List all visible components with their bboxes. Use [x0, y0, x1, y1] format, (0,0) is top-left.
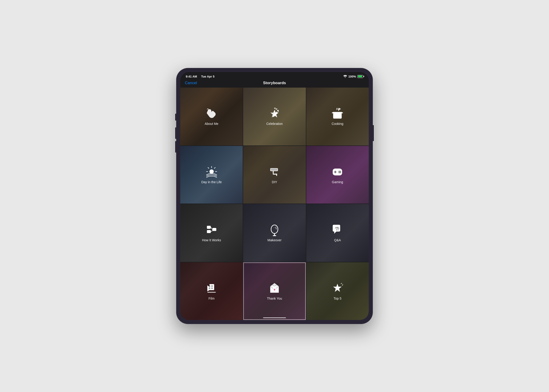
svg-rect-32	[211, 287, 213, 289]
svg-point-22	[210, 231, 211, 232]
grid-item-cooking[interactable]: Cooking	[306, 88, 369, 146]
svg-rect-30	[211, 285, 213, 287]
grid-item-label-cooking: Cooking	[332, 122, 343, 126]
svg-point-16	[338, 172, 340, 173]
volume-down-button	[175, 141, 176, 153]
svg-point-6	[209, 169, 214, 174]
power-button	[373, 125, 374, 141]
grid-item-icon-film	[205, 282, 218, 295]
grid-item-label-diy: DIY	[272, 180, 277, 184]
grid-item-icon-about-me	[205, 107, 218, 120]
grid-item-icon-celebration	[268, 107, 281, 120]
nav-title: Storyboards	[263, 81, 286, 85]
svg-point-27	[338, 230, 338, 231]
svg-rect-11	[271, 168, 277, 171]
grid-item-icon-qa	[331, 224, 344, 237]
svg-point-23	[271, 225, 278, 233]
svg-point-1	[277, 110, 279, 111]
grid-item-diy[interactable]: DIY	[243, 146, 306, 204]
cancel-button[interactable]: Cancel	[185, 81, 197, 85]
svg-point-17	[340, 172, 341, 173]
grid-item-icon-thank-you	[268, 282, 281, 295]
svg-rect-19	[207, 230, 211, 233]
svg-point-15	[340, 171, 341, 172]
side-button-top	[175, 114, 176, 120]
grid-item-celebration[interactable]: Celebration	[243, 88, 306, 146]
svg-rect-5	[341, 112, 343, 113]
status-time: 9:41 AM	[186, 75, 197, 78]
svg-rect-4	[332, 112, 333, 113]
battery-percentage: 100%	[348, 75, 356, 78]
grid-item-label-about-me: About Me	[205, 122, 218, 126]
ipad-device: 9:41 AM Tue Apr 5 100% Cancel Story	[176, 68, 373, 324]
grid-item-label-qa: Q&A	[334, 238, 341, 242]
status-icons: 100%	[343, 75, 363, 78]
svg-rect-3	[333, 112, 342, 113]
grid-item-top5[interactable]: Top 5	[306, 262, 369, 320]
grid-item-label-film: Film	[208, 297, 214, 300]
status-bar: 9:41 AM Tue Apr 5 100%	[180, 72, 369, 80]
nav-bar: Cancel Storyboards	[180, 80, 369, 88]
battery-fill	[358, 76, 362, 77]
grid-item-label-day-in-life: Day in the Life	[201, 180, 222, 184]
grid-item-icon-top5	[331, 282, 344, 295]
grid-item-icon-diy	[268, 166, 281, 178]
grid-item-how-it-works[interactable]: How It Works	[180, 204, 243, 262]
grid-item-qa[interactable]: Q&A	[306, 204, 369, 262]
grid-item-label-thank-you: Thank You	[267, 297, 282, 300]
grid-item-gaming[interactable]: Gaming	[306, 146, 369, 204]
svg-rect-31	[209, 287, 210, 289]
svg-rect-18	[207, 226, 211, 229]
svg-point-34	[342, 283, 342, 284]
grid-item-label-top5: Top 5	[333, 297, 341, 300]
svg-rect-10	[276, 174, 277, 176]
grid-layout: About Me Celebration Cooking Day in the …	[180, 88, 369, 320]
grid-item-thank-you[interactable]: Thank You	[243, 262, 306, 320]
grid-item-icon-how-it-works	[205, 224, 218, 237]
volume-up-button	[175, 127, 176, 139]
grid-item-day-in-life[interactable]: Day in the Life	[180, 146, 243, 204]
grid-item-label-how-it-works: How It Works	[202, 238, 221, 242]
grid-item-icon-gaming	[331, 166, 344, 178]
grid-item-film[interactable]: Film	[180, 262, 243, 320]
battery-icon	[357, 75, 363, 78]
ipad-screen: 9:41 AM Tue Apr 5 100% Cancel Story	[180, 72, 369, 320]
storyboards-grid: About Me Celebration Cooking Day in the …	[180, 88, 369, 320]
svg-point-14	[338, 171, 340, 172]
svg-marker-33	[333, 284, 342, 292]
svg-rect-25	[273, 235, 276, 236]
grid-item-about-me[interactable]: About Me	[180, 88, 243, 146]
svg-rect-8	[273, 171, 274, 174]
wifi-icon	[343, 75, 347, 78]
svg-rect-29	[209, 285, 210, 287]
svg-rect-2	[333, 113, 342, 119]
svg-rect-20	[212, 228, 216, 231]
grid-item-icon-cooking	[331, 107, 344, 120]
grid-item-label-gaming: Gaming	[332, 180, 343, 184]
svg-point-35	[342, 284, 343, 285]
status-time-group: 9:41 AM Tue Apr 5	[186, 74, 215, 78]
svg-rect-28	[209, 284, 214, 290]
svg-point-21	[210, 227, 211, 228]
svg-point-26	[336, 230, 337, 231]
grid-item-makeover[interactable]: Makeover	[243, 204, 306, 262]
status-date: Tue Apr 5	[201, 75, 215, 78]
grid-item-label-celebration: Celebration	[266, 122, 283, 126]
grid-item-label-makeover: Makeover	[267, 238, 281, 242]
svg-rect-13	[334, 172, 337, 172]
grid-item-icon-day-in-life	[205, 166, 218, 178]
grid-item-icon-makeover	[268, 224, 281, 237]
scroll-indicator-bar	[263, 317, 286, 318]
